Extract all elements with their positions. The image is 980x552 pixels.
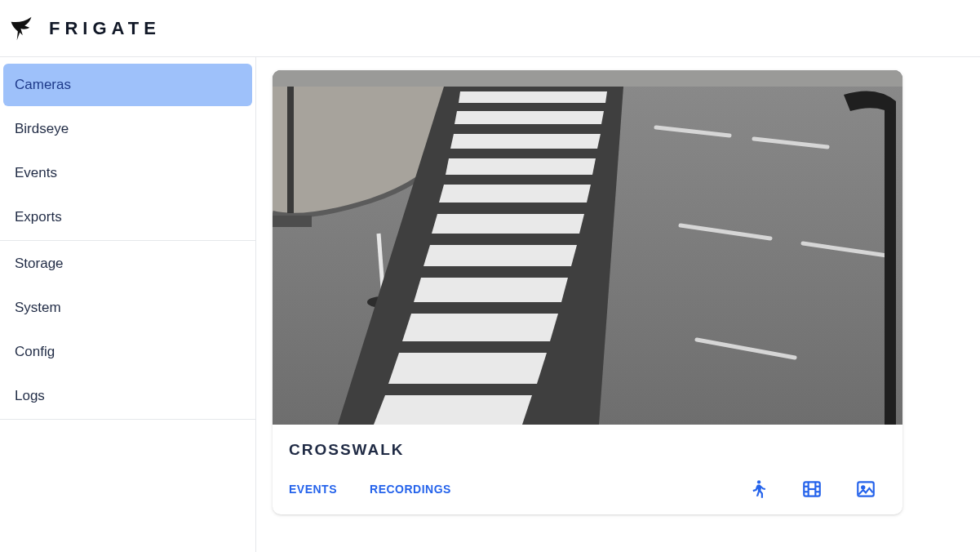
sidebar-item-exports[interactable]: Exports — [3, 196, 252, 238]
person-walking-icon[interactable] — [747, 479, 769, 500]
svg-marker-18 — [374, 395, 532, 425]
sidebar-item-events[interactable]: Events — [3, 152, 252, 194]
svg-marker-9 — [455, 111, 604, 124]
sidebar: Cameras Birdseye Events Exports Storage … — [0, 57, 256, 552]
svg-rect-2 — [273, 70, 902, 87]
recordings-link[interactable]: RECORDINGS — [370, 483, 451, 496]
main-content: CROSSWALK EVENTS RECORDINGS — [256, 57, 980, 552]
sidebar-divider — [0, 240, 255, 241]
svg-rect-3 — [287, 87, 294, 213]
logo[interactable]: FRIGATE — [8, 13, 161, 44]
sidebar-item-cameras[interactable]: Cameras — [3, 64, 252, 106]
svg-point-35 — [862, 486, 864, 488]
svg-point-25 — [757, 480, 760, 483]
sidebar-item-system[interactable]: System — [3, 287, 252, 329]
app-title: FRIGATE — [49, 18, 161, 39]
svg-marker-11 — [446, 158, 596, 175]
camera-title: CROSSWALK — [289, 441, 886, 459]
svg-marker-12 — [439, 185, 591, 203]
camera-card: CROSSWALK EVENTS RECORDINGS — [273, 70, 902, 514]
svg-marker-13 — [432, 214, 584, 234]
app-header: FRIGATE — [0, 0, 980, 57]
frigate-bird-icon — [8, 13, 39, 44]
svg-marker-14 — [423, 245, 577, 266]
image-icon[interactable] — [855, 479, 876, 500]
svg-marker-17 — [388, 353, 547, 384]
svg-rect-4 — [273, 216, 312, 227]
svg-marker-15 — [414, 278, 568, 302]
sidebar-item-storage[interactable]: Storage — [3, 243, 252, 285]
sidebar-item-config[interactable]: Config — [3, 331, 252, 373]
svg-rect-24 — [885, 101, 896, 425]
svg-marker-8 — [459, 91, 607, 103]
sidebar-item-birdseye[interactable]: Birdseye — [3, 108, 252, 150]
events-link[interactable]: EVENTS — [289, 483, 337, 496]
sidebar-item-logs[interactable]: Logs — [3, 375, 252, 417]
film-icon[interactable] — [801, 479, 823, 500]
sidebar-divider — [0, 419, 255, 420]
camera-thumbnail[interactable] — [273, 70, 902, 425]
svg-marker-16 — [402, 314, 558, 341]
svg-marker-10 — [450, 134, 601, 149]
